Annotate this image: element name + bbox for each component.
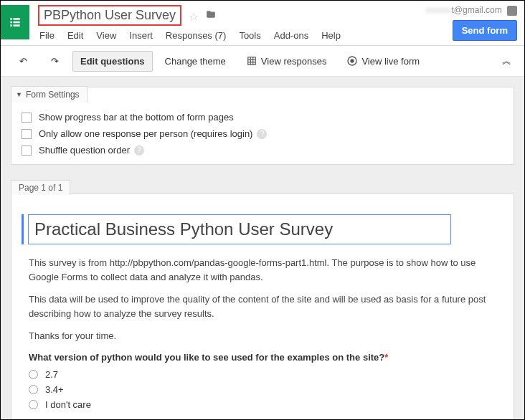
option-row[interactable]: 3.4+ [29, 382, 501, 397]
toolbar: ↶ ↷ Edit questions Change theme View res… [1, 46, 524, 77]
radio-icon[interactable] [29, 385, 38, 394]
workspace: ▼ Form Settings Show progress bar at the… [1, 77, 524, 420]
title-block: PBPython User Survey ☆ File Edit View In… [38, 5, 425, 45]
undo-icon: ↶ [17, 55, 29, 67]
user-email[interactable]: xxxxxxt@gmail.com [425, 5, 517, 16]
collapse-toolbar-button[interactable]: ︽ [498, 52, 516, 70]
form-title-input[interactable]: Practical Business Python User Survey [28, 214, 451, 244]
menu-tools[interactable]: Tools [239, 30, 260, 41]
svg-rect-4 [10, 24, 12, 27]
menu-help[interactable]: Help [321, 30, 341, 41]
svg-rect-3 [14, 22, 20, 24]
menu-edit[interactable]: Edit [67, 30, 83, 41]
star-icon[interactable]: ☆ [189, 11, 199, 23]
grid-icon [246, 55, 257, 67]
view-responses-button[interactable]: View responses [238, 50, 335, 72]
svg-rect-6 [248, 57, 256, 65]
svg-rect-0 [10, 18, 12, 20]
option-row[interactable]: I don't care [29, 397, 501, 412]
menu-insert[interactable]: Insert [129, 30, 153, 41]
radio-icon[interactable] [29, 370, 38, 379]
checkbox-icon[interactable] [22, 113, 32, 123]
header-right: xxxxxxt@gmail.com Send form [425, 5, 517, 41]
change-theme-button[interactable]: Change theme [157, 51, 234, 72]
redo-icon: ↷ [49, 55, 60, 67]
svg-rect-5 [14, 24, 20, 27]
checkbox-icon[interactable] [22, 145, 32, 156]
eye-icon [346, 55, 358, 67]
menu-responses[interactable]: Responses (7) [166, 30, 227, 41]
form-settings-tab[interactable]: ▼ Form Settings [11, 86, 88, 102]
doc-title[interactable]: PBPython User Survey [38, 5, 181, 26]
triangle-down-icon: ▼ [16, 91, 22, 98]
redo-button[interactable]: ↷ [41, 50, 68, 72]
form-page-card: Page 1 of 1 Practical Business Python Us… [11, 194, 514, 420]
header: PBPython User Survey ☆ File Edit View In… [1, 1, 524, 46]
question-1-options: 2.7 3.4+ I don't care [22, 367, 501, 412]
menu-file[interactable]: File [39, 30, 55, 41]
svg-point-12 [351, 59, 354, 62]
form-description[interactable]: This survey is from http://pbpython.com/… [22, 256, 501, 343]
svg-rect-1 [14, 18, 20, 20]
form-title-container[interactable]: Practical Business Python User Survey [22, 214, 501, 244]
help-icon[interactable]: ? [134, 145, 144, 156]
question-1-label[interactable]: What version of python would you like to… [22, 352, 501, 363]
send-form-button[interactable]: Send form [453, 20, 517, 41]
view-live-form-button[interactable]: View live form [339, 50, 427, 72]
setting-progress-bar[interactable]: Show progress bar at the bottom of form … [22, 109, 503, 125]
undo-button[interactable]: ↶ [9, 50, 37, 72]
svg-rect-2 [10, 22, 12, 24]
help-icon[interactable]: ? [257, 129, 267, 139]
form-settings-card: ▼ Form Settings Show progress bar at the… [11, 87, 514, 165]
page-indicator[interactable]: Page 1 of 1 [11, 180, 70, 195]
radio-icon[interactable] [29, 400, 38, 409]
required-asterisk: * [384, 352, 388, 363]
avatar-icon[interactable] [507, 6, 517, 16]
setting-one-response[interactable]: Only allow one response per person (requ… [22, 125, 503, 142]
menu-view[interactable]: View [96, 30, 116, 41]
forms-icon [8, 15, 22, 29]
folder-icon[interactable] [205, 10, 217, 22]
checkbox-icon[interactable] [22, 129, 32, 139]
setting-shuffle[interactable]: Shuffle question order ? [22, 142, 503, 158]
menubar: File Edit View Insert Responses (7) Tool… [38, 26, 425, 45]
option-row[interactable]: 2.7 [29, 367, 501, 382]
menu-addons[interactable]: Add-ons [274, 30, 308, 41]
edit-questions-button[interactable]: Edit questions [72, 51, 153, 72]
app-logo[interactable] [1, 5, 29, 39]
